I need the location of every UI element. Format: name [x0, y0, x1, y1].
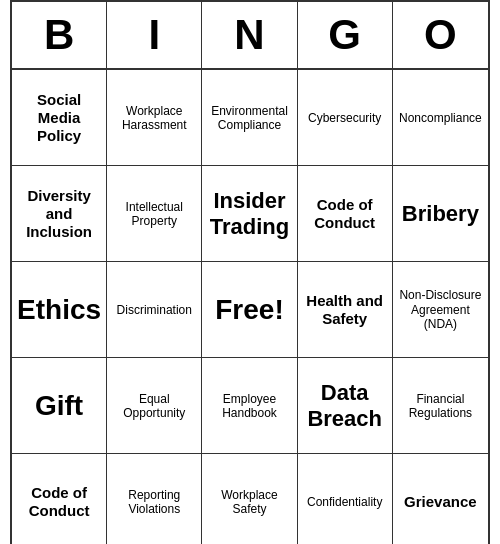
bingo-card: BINGO Social Media PolicyWorkplace Haras… — [10, 0, 490, 544]
cell-text-8: Code of Conduct — [302, 196, 388, 232]
cell-text-10: Ethics — [17, 293, 101, 327]
bingo-cell-23: Confidentiality — [298, 454, 393, 544]
bingo-cell-0: Social Media Policy — [12, 70, 107, 166]
bingo-header: BINGO — [12, 2, 488, 70]
bingo-cell-4: Noncompliance — [393, 70, 488, 166]
cell-text-6: Intellectual Property — [111, 200, 197, 229]
bingo-cell-3: Cybersecurity — [298, 70, 393, 166]
cell-text-17: Employee Handbook — [206, 392, 292, 421]
cell-text-12: Free! — [215, 293, 283, 327]
cell-text-19: Financial Regulations — [397, 392, 484, 421]
cell-text-2: Environmental Compliance — [206, 104, 292, 133]
bingo-letter-g: G — [298, 2, 393, 68]
bingo-cell-24: Grievance — [393, 454, 488, 544]
bingo-cell-22: Workplace Safety — [202, 454, 297, 544]
cell-text-23: Confidentiality — [307, 495, 382, 509]
bingo-cell-13: Health and Safety — [298, 262, 393, 358]
bingo-cell-1: Workplace Harassment — [107, 70, 202, 166]
bingo-cell-20: Code of Conduct — [12, 454, 107, 544]
cell-text-14: Non-Disclosure Agreement (NDA) — [397, 288, 484, 331]
cell-text-16: Equal Opportunity — [111, 392, 197, 421]
bingo-cell-21: Reporting Violations — [107, 454, 202, 544]
bingo-cell-17: Employee Handbook — [202, 358, 297, 454]
bingo-cell-18: Data Breach — [298, 358, 393, 454]
bingo-cell-2: Environmental Compliance — [202, 70, 297, 166]
bingo-cell-16: Equal Opportunity — [107, 358, 202, 454]
cell-text-21: Reporting Violations — [111, 488, 197, 517]
cell-text-9: Bribery — [402, 201, 479, 227]
bingo-cell-5: Diversity and Inclusion — [12, 166, 107, 262]
cell-text-0: Social Media Policy — [16, 91, 102, 145]
cell-text-20: Code of Conduct — [16, 484, 102, 520]
bingo-letter-i: I — [107, 2, 202, 68]
cell-text-13: Health and Safety — [302, 292, 388, 328]
bingo-cell-19: Financial Regulations — [393, 358, 488, 454]
bingo-letter-b: B — [12, 2, 107, 68]
cell-text-1: Workplace Harassment — [111, 104, 197, 133]
bingo-cell-10: Ethics — [12, 262, 107, 358]
bingo-cell-12: Free! — [202, 262, 297, 358]
bingo-cell-7: Insider Trading — [202, 166, 297, 262]
cell-text-11: Discrimination — [117, 303, 192, 317]
bingo-cell-8: Code of Conduct — [298, 166, 393, 262]
cell-text-22: Workplace Safety — [206, 488, 292, 517]
bingo-cell-9: Bribery — [393, 166, 488, 262]
cell-text-18: Data Breach — [302, 380, 388, 433]
cell-text-3: Cybersecurity — [308, 111, 381, 125]
cell-text-24: Grievance — [404, 493, 477, 511]
bingo-letter-o: O — [393, 2, 488, 68]
bingo-cell-14: Non-Disclosure Agreement (NDA) — [393, 262, 488, 358]
cell-text-15: Gift — [35, 389, 83, 423]
cell-text-7: Insider Trading — [206, 188, 292, 241]
bingo-cell-6: Intellectual Property — [107, 166, 202, 262]
bingo-cell-15: Gift — [12, 358, 107, 454]
cell-text-4: Noncompliance — [399, 111, 482, 125]
bingo-letter-n: N — [202, 2, 297, 68]
bingo-cell-11: Discrimination — [107, 262, 202, 358]
bingo-grid: Social Media PolicyWorkplace HarassmentE… — [12, 70, 488, 544]
cell-text-5: Diversity and Inclusion — [16, 187, 102, 241]
